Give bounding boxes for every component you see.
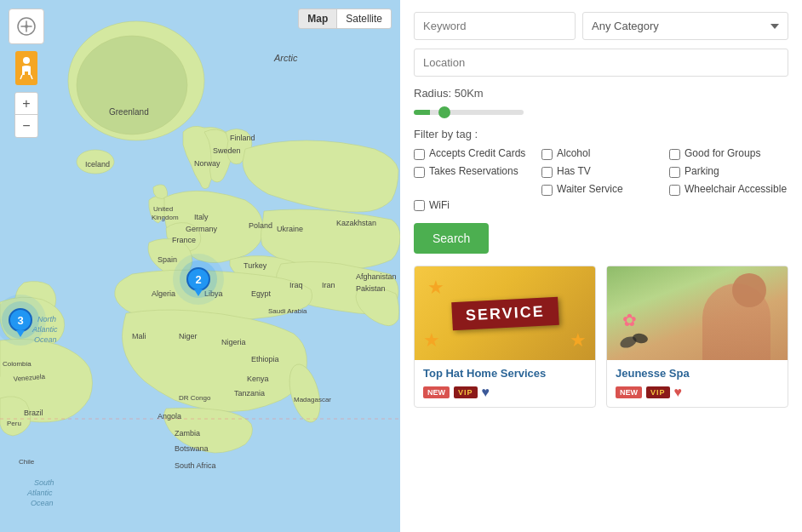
svg-line-56	[20, 75, 22, 79]
svg-text:Kingdom: Kingdom	[152, 214, 179, 221]
map-type-satellite-button[interactable]: Satellite	[337, 9, 391, 28]
map-marker-3[interactable]: 3	[9, 308, 32, 332]
svg-text:Zambia: Zambia	[175, 429, 200, 438]
svg-text:Nigeria: Nigeria	[221, 338, 246, 346]
svg-point-55	[23, 57, 30, 64]
svg-text:Ocean: Ocean	[34, 335, 57, 344]
search-button[interactable]: Search	[414, 223, 489, 254]
card-badges-2: new VIP ♥	[616, 385, 779, 400]
filter-accepts-credit-cards[interactable]: Accepts Credit Cards	[414, 147, 533, 160]
svg-text:United: United	[153, 205, 173, 213]
filter-parking[interactable]: Parking	[669, 165, 788, 178]
filter-good-for-groups[interactable]: Good for Groups	[669, 147, 788, 160]
filter-accepts-credit-cards-checkbox[interactable]	[414, 149, 425, 160]
map-navigate-button[interactable]	[9, 9, 44, 44]
card-title-2: Jeunesse Spa	[616, 367, 779, 380]
results-grid: ★ ★ ★ SERVICE Top Hat Home Services new …	[414, 266, 788, 408]
filter-waiter-service[interactable]: Waiter Service	[541, 183, 661, 196]
svg-text:Iran: Iran	[322, 281, 335, 289]
svg-text:DR Congo: DR Congo	[179, 394, 211, 402]
zoom-out-button[interactable]: −	[15, 115, 37, 137]
radius-slider[interactable]	[414, 110, 524, 115]
svg-line-57	[31, 75, 32, 79]
filter-wheelchair-checkbox[interactable]	[669, 185, 680, 196]
svg-text:Kazakhstan: Kazakhstan	[336, 219, 376, 227]
svg-text:Finland: Finland	[230, 134, 255, 142]
filter-waiter-service-checkbox[interactable]	[541, 185, 553, 196]
card-body-1: Top Hat Home Services new VIP ♥	[415, 360, 595, 407]
map-type-map-button[interactable]: Map	[299, 9, 337, 28]
radius-label: Radius: 50Km	[414, 87, 788, 100]
filter-wheelchair-accessible[interactable]: Wheelchair Accessible	[669, 183, 788, 196]
category-select[interactable]: Any Category	[582, 12, 788, 40]
svg-text:Greenland: Greenland	[109, 107, 149, 117]
svg-point-54	[25, 25, 28, 28]
badge-heart-1: ♥	[482, 385, 490, 400]
svg-text:Egypt: Egypt	[251, 289, 272, 298]
result-card-2[interactable]: ✿ Jeunesse Spa new VIP ♥	[606, 266, 788, 408]
zoom-controls: + −	[14, 92, 38, 138]
svg-text:Chile: Chile	[19, 458, 35, 466]
svg-text:Iceland: Iceland	[85, 160, 110, 169]
filter-good-for-groups-checkbox[interactable]	[669, 149, 680, 160]
filter-alcohol-checkbox[interactable]	[541, 149, 553, 160]
svg-text:Tanzania: Tanzania	[234, 389, 265, 398]
filter-parking-checkbox[interactable]	[669, 167, 680, 178]
card-title-1: Top Hat Home Services	[423, 367, 587, 380]
search-top-row: Any Category	[414, 12, 788, 40]
result-card-1[interactable]: ★ ★ ★ SERVICE Top Hat Home Services new …	[414, 266, 596, 408]
svg-point-2	[77, 36, 187, 134]
svg-text:Poland: Poland	[249, 221, 272, 230]
svg-text:Brazil: Brazil	[24, 409, 43, 417]
filter-has-tv-checkbox[interactable]	[541, 167, 553, 178]
filter-title: Filter by tag :	[414, 128, 788, 140]
filter-grid: Accepts Credit Cards Alcohol Good for Gr…	[414, 147, 788, 196]
svg-text:Turkey: Turkey	[243, 261, 267, 270]
badge-vip-1: VIP	[454, 386, 478, 398]
svg-text:Peru: Peru	[7, 420, 21, 427]
svg-text:Ethiopia: Ethiopia	[251, 355, 279, 363]
zoom-in-button[interactable]: +	[15, 93, 37, 115]
card-badges-1: new VIP ♥	[423, 385, 587, 400]
card-image-service: ★ ★ ★ SERVICE	[415, 266, 595, 360]
svg-text:Colombia: Colombia	[3, 360, 32, 368]
filter-section: Filter by tag : Accepts Credit Cards Alc…	[414, 128, 788, 211]
svg-text:Afghanistan: Afghanistan	[356, 272, 397, 281]
svg-text:Botswana: Botswana	[175, 444, 209, 453]
svg-text:Mali: Mali	[132, 332, 146, 340]
street-view-button[interactable]	[15, 51, 37, 85]
map-controls: + −	[9, 9, 44, 138]
map-marker-2[interactable]: 2	[186, 267, 210, 291]
map-type-toggle: Map Satellite	[298, 9, 392, 29]
svg-text:Niger: Niger	[179, 332, 198, 340]
service-banner: SERVICE	[451, 296, 559, 329]
filter-wifi[interactable]: WiFi	[414, 199, 788, 211]
svg-text:North: North	[37, 315, 56, 323]
radius-row: Radius: 50Km	[414, 87, 788, 117]
location-input[interactable]	[414, 49, 788, 77]
filter-alcohol[interactable]: Alcohol	[541, 147, 661, 160]
keyword-input[interactable]	[414, 12, 576, 40]
svg-text:Libya: Libya	[204, 289, 223, 298]
svg-text:Atlantic: Atlantic	[26, 489, 53, 497]
svg-text:Iraq: Iraq	[289, 281, 303, 289]
svg-text:Algeria: Algeria	[152, 289, 175, 298]
filter-takes-reservations[interactable]: Takes Reservations	[414, 165, 533, 178]
svg-text:Ukraine: Ukraine	[277, 225, 303, 233]
search-panel: Any Category Radius: 50Km Filter by tag …	[400, 0, 802, 532]
svg-text:Spain: Spain	[158, 255, 177, 264]
svg-text:Arctic: Arctic	[273, 53, 298, 63]
svg-text:Madagascar: Madagascar	[294, 396, 331, 403]
svg-text:Norway: Norway	[194, 159, 221, 168]
svg-text:South: South	[34, 478, 54, 487]
svg-text:Germany: Germany	[186, 225, 218, 233]
filter-has-tv[interactable]: Has TV	[541, 165, 661, 178]
filter-takes-reservations-checkbox[interactable]	[414, 167, 425, 178]
filter-wifi-checkbox[interactable]	[414, 200, 425, 211]
svg-text:Sweden: Sweden	[213, 146, 241, 155]
badge-vip-2: VIP	[646, 386, 670, 398]
card-image-spa: ✿	[607, 266, 788, 360]
card-body-2: Jeunesse Spa new VIP ♥	[607, 360, 788, 407]
badge-new-2: new	[616, 386, 642, 398]
svg-text:Pakistan: Pakistan	[356, 284, 386, 293]
